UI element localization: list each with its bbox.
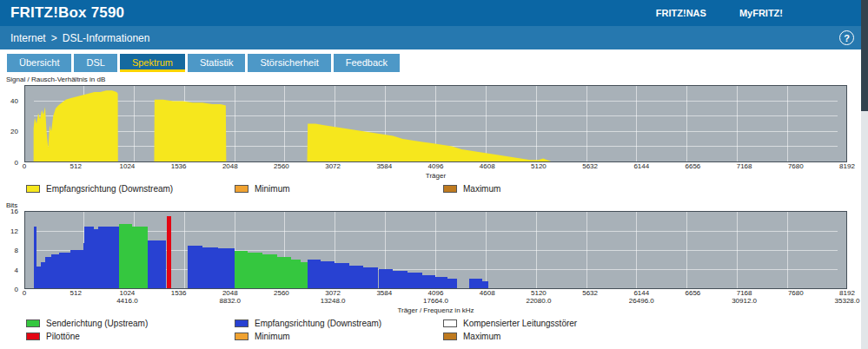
x-tick-label: 7680 bbox=[788, 289, 804, 297]
x-tick-label: 1536 bbox=[171, 162, 187, 170]
x-tick-label: 2048 bbox=[222, 289, 238, 297]
x-tick-frequency-label: 35328.0 bbox=[835, 297, 860, 305]
legend-item-kompensierter-leitungsstorer: Kompensierter Leitungsstörer bbox=[443, 319, 652, 328]
legend-label: Maximum bbox=[463, 184, 500, 194]
legend-swatch bbox=[235, 319, 248, 327]
x-tick-label: 0 bbox=[23, 162, 26, 170]
x-tick-label: 2560 bbox=[274, 289, 289, 297]
scrollbar-thumb[interactable] bbox=[861, 0, 868, 111]
legend-swatch bbox=[443, 333, 457, 340]
header-links: FRITZ!NASMyFRITZ! bbox=[656, 8, 783, 18]
legend-item-pilottone: Pilottöne bbox=[26, 332, 235, 341]
header-link-myfritz[interactable]: MyFRITZ! bbox=[739, 8, 783, 18]
x-tick-frequency-label: 8832.0 bbox=[220, 297, 241, 305]
x-tick-label: 7680 bbox=[788, 162, 804, 170]
app-title: FRITZ!Box 7590 bbox=[10, 4, 124, 22]
x-tick-label: 1536 bbox=[171, 289, 187, 297]
x-tick-label: 6144 bbox=[633, 289, 649, 297]
y-tick-label: 20 bbox=[10, 128, 18, 135]
legend-item-maximum: Maximum bbox=[443, 184, 652, 194]
legend-label: Pilottöne bbox=[46, 332, 80, 341]
x-tick-label: 5120 bbox=[531, 162, 547, 170]
x-tick-label: 8192 bbox=[839, 289, 855, 297]
legend-item-minimum: Minimum bbox=[235, 184, 443, 194]
legend-swatch bbox=[443, 319, 457, 327]
app-header: FRITZ!Box 7590 FRITZ!NASMyFRITZ! bbox=[0, 0, 868, 26]
x-tick-label: 8192 bbox=[839, 162, 855, 170]
y-tick-label: 8 bbox=[15, 247, 18, 254]
tab-bar: ÜbersichtDSLSpektrumStatistikStörsicherh… bbox=[0, 49, 868, 72]
legend-swatch bbox=[443, 185, 457, 193]
x-tick-label: 4608 bbox=[480, 162, 495, 170]
x-tick-label: 5632 bbox=[582, 289, 598, 297]
legend-swatch bbox=[235, 333, 248, 340]
x-tick-label: 512 bbox=[70, 162, 82, 170]
header-link-fritz-nas[interactable]: FRITZ!NAS bbox=[656, 8, 706, 18]
x-tick-label: 512 bbox=[70, 289, 82, 297]
bits-chart: Bits 0481216 051210244416.0153620488832.… bbox=[0, 201, 868, 341]
snr-chart: Signal / Rausch-Verhältnis in dB 02040 0… bbox=[0, 76, 868, 194]
y-tick-label: 12 bbox=[10, 227, 18, 235]
legend-row: Senderichtung (Upstream)Empfangsrichtung… bbox=[26, 319, 868, 328]
scrollbar[interactable] bbox=[861, 0, 868, 349]
y-tick-label: 4 bbox=[15, 267, 18, 274]
tab-ubersicht[interactable]: Übersicht bbox=[7, 54, 71, 72]
tab-statistik[interactable]: Statistik bbox=[188, 54, 246, 72]
x-tick-label: 2560 bbox=[274, 162, 289, 170]
legend-item-minimum: Minimum bbox=[235, 332, 443, 341]
x-tick-label: 4096 bbox=[428, 289, 444, 297]
x-tick-label: 4096 bbox=[428, 162, 444, 170]
legend-swatch bbox=[26, 333, 40, 340]
legend-swatch bbox=[26, 185, 40, 193]
breadcrumb-item-internet[interactable]: Internet bbox=[10, 32, 46, 44]
x-tick-label: 6656 bbox=[685, 289, 700, 297]
legend-item-maximum: Maximum bbox=[443, 332, 652, 341]
legend-label: Kompensierter Leitungsstörer bbox=[463, 319, 577, 328]
legend-label: Empfangsrichtung (Downstream) bbox=[46, 184, 173, 194]
y-tick-label: 16 bbox=[10, 207, 18, 215]
snr-chart-title: Signal / Rausch-Verhältnis in dB bbox=[6, 76, 868, 83]
snr-chart-plot bbox=[24, 85, 847, 162]
x-tick-label: 0 bbox=[23, 289, 26, 297]
legend-row: PilottöneMinimumMaximum bbox=[26, 332, 868, 341]
x-tick-label: 1024 bbox=[119, 162, 135, 170]
breadcrumb: Internet>DSL-Informationen? bbox=[0, 26, 868, 49]
bits-chart-legend: Senderichtung (Upstream)Empfangsrichtung… bbox=[26, 319, 868, 341]
bits-x-axis-labels: 051210244416.0153620488832.0256030721324… bbox=[24, 289, 847, 306]
x-tick-frequency-label: 22080.0 bbox=[526, 297, 551, 305]
bits-x-axis-title: Träger / Frequenz in kHz bbox=[24, 306, 847, 314]
legend-item-senderichtung-upstream: Senderichtung (Upstream) bbox=[26, 319, 235, 328]
x-tick-label: 3584 bbox=[376, 289, 392, 297]
x-tick-label: 3072 bbox=[325, 162, 341, 170]
x-tick-frequency-label: 30912.0 bbox=[732, 297, 757, 305]
legend-label: Empfangsrichtung (Downstream) bbox=[255, 319, 381, 328]
snr-y-axis-labels: 02040 bbox=[0, 85, 22, 162]
help-icon[interactable]: ? bbox=[839, 30, 854, 45]
x-tick-label: 5632 bbox=[582, 162, 598, 170]
tab-dsl[interactable]: DSL bbox=[74, 54, 116, 72]
legend-item-empfangsrichtung-downstream: Empfangsrichtung (Downstream) bbox=[235, 319, 443, 328]
x-tick-label: 3584 bbox=[376, 162, 392, 170]
legend-swatch bbox=[26, 319, 40, 327]
x-tick-label: 4608 bbox=[480, 289, 495, 297]
x-tick-frequency-label: 4416.0 bbox=[116, 297, 137, 305]
bits-y-axis-labels: 0481216 bbox=[0, 211, 22, 289]
tab-feedback[interactable]: Feedback bbox=[334, 54, 400, 72]
x-tick-label: 7168 bbox=[737, 162, 752, 170]
x-tick-frequency-label: 13248.0 bbox=[321, 297, 346, 305]
tab-storsicherheit[interactable]: Störsicherheit bbox=[248, 54, 330, 72]
tab-spektrum[interactable]: Spektrum bbox=[120, 54, 185, 72]
legend-swatch bbox=[235, 185, 248, 193]
x-tick-label: 6144 bbox=[633, 162, 649, 170]
breadcrumb-separator: > bbox=[51, 32, 57, 44]
x-tick-label: 2048 bbox=[222, 162, 238, 170]
x-tick-frequency-label: 26496.0 bbox=[629, 297, 654, 305]
x-tick-frequency-label: 17664.0 bbox=[423, 297, 448, 305]
y-tick-label: 40 bbox=[10, 97, 18, 105]
bits-chart-title: Bits bbox=[6, 201, 868, 209]
y-tick-label: 0 bbox=[15, 286, 18, 293]
legend-label: Maximum bbox=[463, 332, 500, 341]
snr-x-axis-labels: 0512102415362048256030723584409646085120… bbox=[24, 162, 847, 171]
legend-label: Senderichtung (Upstream) bbox=[46, 319, 148, 328]
snr-x-axis-title: Träger bbox=[24, 171, 847, 180]
